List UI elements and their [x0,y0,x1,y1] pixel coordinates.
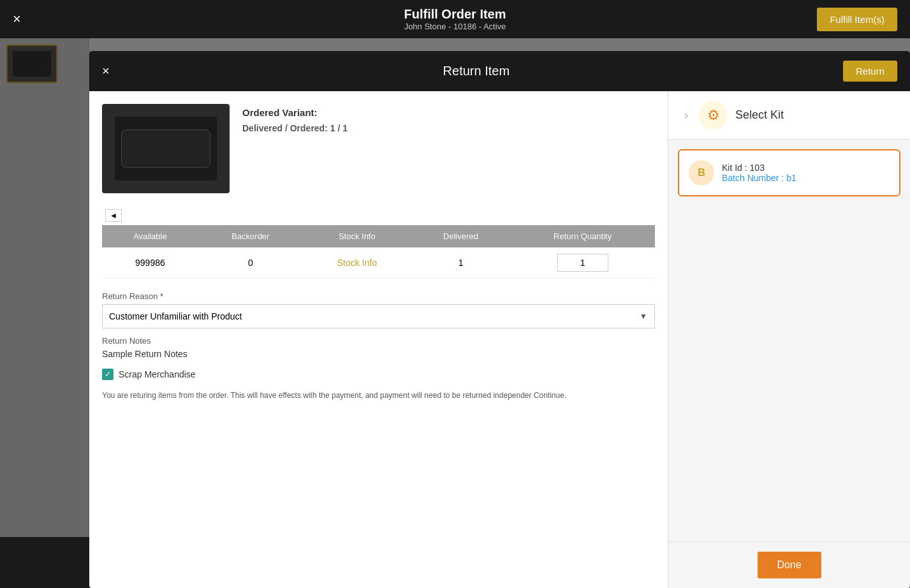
product-image [102,104,230,193]
select-kit-panel: › ⚙ Select Kit B Kit Id : 103 Ba [668,91,910,588]
fulfill-items-button[interactable]: Fulfill Item(s) [817,8,897,31]
table-header-row: Available Backorder Stock Info Delivered… [102,225,655,247]
return-modal-header: × Return Item Return [89,51,910,91]
done-button[interactable]: Done [758,552,821,578]
table-header: Available Backorder Stock Info Delivered… [102,225,655,247]
table-body: 999986 0 Stock Info 1 [102,247,655,279]
cell-backorder: 0 [198,247,303,279]
col-return-quantity: Return Quantity [510,225,655,247]
checkmark-icon: ✓ [105,370,111,379]
done-section: Done [668,541,910,588]
kit-batch-text: Batch Number : b1 [722,173,890,183]
cell-delivered: 1 [411,247,511,279]
warning-text: You are returing items from the order. T… [102,390,655,401]
header-close-button[interactable]: × [13,11,21,27]
return-reason-section: Return Reason * Customer Unfamiliar with… [102,291,655,328]
cell-available: 999986 [102,247,198,279]
cell-return-qty [510,247,655,279]
header-title-section: Fulfill Order Item John Stone - 10186 - … [404,7,506,31]
product-speaker-shape [121,129,210,168]
return-item-modal: × Return Item Return Ordered Variant: [89,51,910,588]
kit-id-label: Kit Id : [722,163,750,173]
ordered-variant-label: Ordered Variant: [242,107,655,118]
col-delivered: Delivered [411,225,511,247]
kit-id-text: Kit Id : 103 [722,163,890,173]
return-quantity-input[interactable] [557,254,608,272]
kit-gear-icon: ⚙ [699,101,728,129]
kit-id-value: 103 [750,163,765,173]
page-title: Fulfill Order Item [404,7,506,22]
cell-stock-info[interactable]: Stock Info [303,247,411,279]
delivered-ordered-value: 1 / 1 [330,123,348,133]
top-header: × Fulfill Order Item John Stone - 10186 … [0,0,910,38]
scroll-left-button[interactable]: ◄ [105,209,122,222]
return-notes-value: Sample Return Notes [102,349,655,359]
return-reason-label: Return Reason * [102,291,655,301]
product-img-inner [115,117,217,180]
page-subtitle: John Stone - 10186 - Active [404,22,506,31]
delivered-ordered: Delivered / Ordered: 1 / 1 [242,123,655,133]
return-modal-close-button[interactable]: × [102,64,110,78]
scrap-checkbox[interactable]: ✓ [102,369,114,380]
main-page: × Fulfill Order Item John Stone - 10186 … [0,0,910,588]
panel-chevron-icon[interactable]: › [681,108,691,122]
return-button[interactable]: Return [843,61,897,82]
kit-avatar: B [689,160,714,186]
fulfillment-table: Available Backorder Stock Info Delivered… [102,225,655,279]
scroll-left: ◄ [102,206,655,225]
return-notes-label: Return Notes [102,336,655,346]
product-section: Ordered Variant: Delivered / Ordered: 1 … [102,104,655,193]
select-kit-title: Select Kit [735,108,784,122]
col-available: Available [102,225,198,247]
kit-batch-value: b1 [786,173,796,183]
col-stock-info: Stock Info [303,225,411,247]
kit-item[interactable]: B Kit Id : 103 Batch Number : b1 [678,149,900,196]
product-info: Ordered Variant: Delivered / Ordered: 1 … [242,104,655,193]
kit-info: Kit Id : 103 Batch Number : b1 [722,163,890,183]
return-modal-body: Ordered Variant: Delivered / Ordered: 1 … [89,91,910,588]
delivered-ordered-label: Delivered / Ordered: [242,123,328,133]
kit-batch-label: Batch Number : [722,173,786,183]
select-kit-header: › ⚙ Select Kit [668,91,910,140]
return-left-panel: Ordered Variant: Delivered / Ordered: 1 … [89,91,668,588]
table-row: 999986 0 Stock Info 1 [102,247,655,279]
return-reason-select[interactable]: Customer Unfamiliar with Product [102,304,655,328]
return-reason-wrapper: Customer Unfamiliar with Product [102,304,655,328]
scrap-merchandise-row: ✓ Scrap Merchandise [102,369,655,380]
kit-list: B Kit Id : 103 Batch Number : b1 [668,140,910,541]
scrap-label: Scrap Merchandise [119,369,196,379]
stock-info-link[interactable]: Stock Info [337,258,377,268]
return-modal-title: Return Item [110,64,843,78]
col-backorder: Backorder [198,225,303,247]
